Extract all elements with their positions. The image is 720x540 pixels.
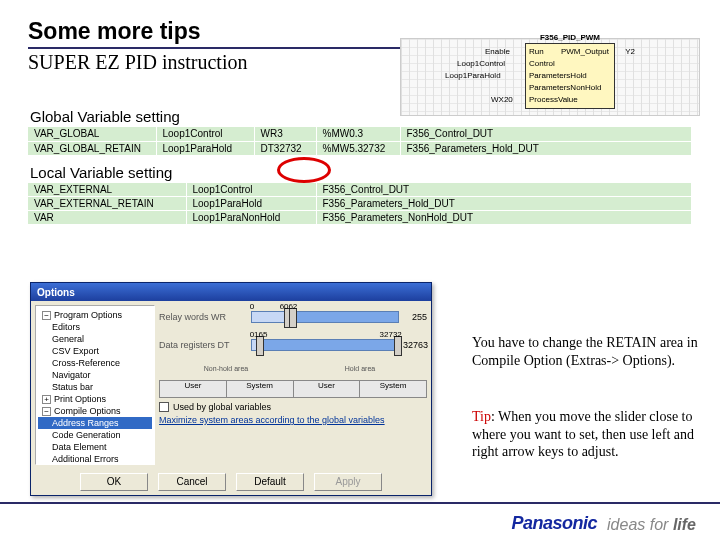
dialog-buttons: OK Cancel Default Apply xyxy=(31,469,431,495)
ok-button[interactable]: OK xyxy=(80,473,148,491)
tree-csv-export[interactable]: CSV Export xyxy=(38,345,152,357)
default-button[interactable]: Default xyxy=(236,473,304,491)
tree-print-options[interactable]: +Print Options xyxy=(38,393,152,405)
tree-code-generation[interactable]: Code Generation xyxy=(38,429,152,441)
dialog-title: Options xyxy=(31,283,431,301)
fb-name: F356_PID_PWM xyxy=(525,33,615,42)
dt-slider[interactable]: 0 165 32732 xyxy=(251,339,399,351)
dt-handle-1[interactable] xyxy=(256,336,264,356)
local-var-table: VAR_EXTERNAL Loop1Control F356_Control_D… xyxy=(28,183,692,226)
options-tree[interactable]: −Program Options Editors General CSV Exp… xyxy=(35,305,155,465)
address-ranges-panel: Relay words WR 0 60 62 255 Data register… xyxy=(159,305,427,465)
tree-data-element[interactable]: Data Element xyxy=(38,441,152,453)
area-header: Non-hold areaHold area xyxy=(159,365,427,372)
tree-additional-errors[interactable]: Additional Errors xyxy=(38,453,152,465)
brand-logo: Panasonic xyxy=(512,513,598,534)
global-var-table: VAR_GLOBAL Loop1Control WR3 %MW0.3 F356_… xyxy=(28,127,692,156)
used-by-globals-checkbox[interactable]: Used by global variables xyxy=(159,402,427,412)
dt-label: Data registers DT xyxy=(159,340,251,350)
dt-handle-2[interactable] xyxy=(394,336,402,356)
wr-max: 255 xyxy=(399,312,427,322)
footer-divider xyxy=(0,502,720,504)
tree-address-ranges[interactable]: Address Ranges xyxy=(38,417,152,429)
wr-handle-2[interactable] xyxy=(289,308,297,328)
tree-general[interactable]: General xyxy=(38,333,152,345)
tree-compile-options[interactable]: −Compile Options xyxy=(38,405,152,417)
tree-editors[interactable]: Editors xyxy=(38,321,152,333)
wr-label: Relay words WR xyxy=(159,312,251,322)
note-retain: You have to change the RETAIN area in Co… xyxy=(472,334,700,369)
dt-max: 32763 xyxy=(399,340,427,350)
apply-button[interactable]: Apply xyxy=(314,473,382,491)
maximize-link[interactable]: Maximize system areas according to the g… xyxy=(159,415,427,425)
table-row: VAR_GLOBAL_RETAIN Loop1ParaHold DT32732 … xyxy=(28,141,692,155)
table-row: VAR_GLOBAL Loop1Control WR3 %MW0.3 F356_… xyxy=(28,127,692,141)
cancel-button[interactable]: Cancel xyxy=(158,473,226,491)
options-dialog: Options −Program Options Editors General… xyxy=(30,282,432,496)
tree-program-options[interactable]: −Program Options xyxy=(38,309,152,321)
table-row: VAR Loop1ParaNonHold F356_Parameters_Non… xyxy=(28,211,692,225)
area-legend: User System User System xyxy=(159,380,427,398)
section-local: Local Variable setting xyxy=(30,164,692,181)
brand-tagline: ideas for life xyxy=(607,516,696,534)
function-block-view: F356_PID_PWM Enable Loop1Control Loop1Pa… xyxy=(400,38,700,116)
wr-slider[interactable]: 0 60 62 xyxy=(251,311,399,323)
tree-cross-reference[interactable]: Cross-Reference xyxy=(38,357,152,369)
tree-navigator[interactable]: Navigator xyxy=(38,369,152,381)
expand-icon[interactable]: + xyxy=(42,395,51,404)
footer-logo: Panasonic ideas for life xyxy=(512,513,696,534)
table-row: VAR_EXTERNAL_RETAIN Loop1ParaHold F356_P… xyxy=(28,197,692,211)
tree-status-bar[interactable]: Status bar xyxy=(38,381,152,393)
collapse-icon[interactable]: − xyxy=(42,311,51,320)
checkbox-icon[interactable] xyxy=(159,402,169,412)
note-tip: Tip: When you move the slider close to w… xyxy=(472,408,700,461)
collapse-icon[interactable]: − xyxy=(42,407,51,416)
table-row: VAR_EXTERNAL Loop1Control F356_Control_D… xyxy=(28,183,692,197)
